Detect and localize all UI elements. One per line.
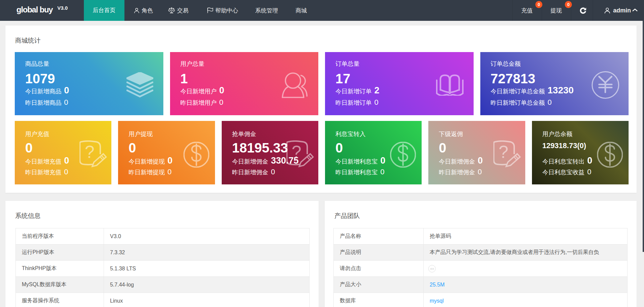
svg-text:?: ? (498, 142, 508, 162)
svg-text:?: ? (292, 142, 302, 162)
svg-text:?: ? (85, 142, 95, 162)
